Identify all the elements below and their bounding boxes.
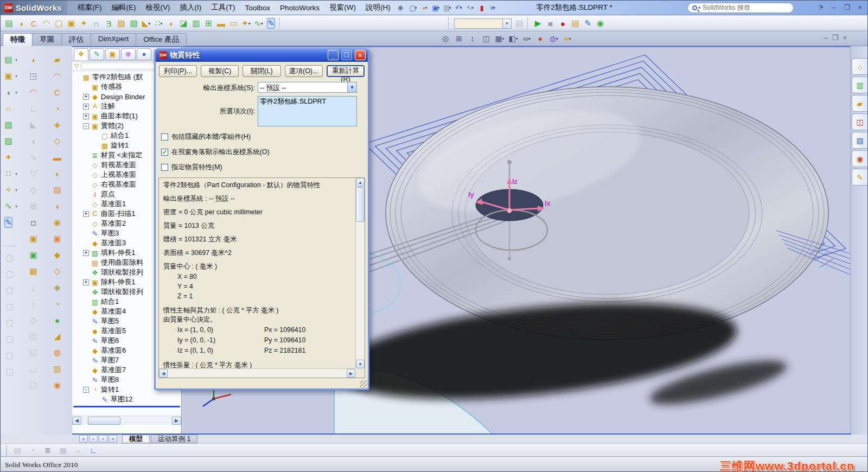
selected-items-list[interactable]: 零件2類包絡.SLDPRT bbox=[258, 96, 357, 126]
panel-icon[interactable]: ▥ bbox=[50, 362, 64, 375]
ref-axis-icon[interactable]: ∟ bbox=[27, 102, 40, 115]
close-button[interactable]: × bbox=[854, 2, 865, 12]
mirror-icon[interactable]: ◫ bbox=[27, 330, 40, 343]
curve-icon[interactable]: ✦ ▾ bbox=[240, 17, 252, 30]
tree-horizontal-scrollbar[interactable]: ◀ ▶ bbox=[72, 416, 181, 425]
standard-view-iso-icon[interactable]: ▢ bbox=[3, 349, 16, 362]
standard-view-top-icon[interactable]: ▢ bbox=[3, 316, 16, 329]
magnet-icon[interactable]: ◖ bbox=[27, 135, 40, 148]
view-orientation-icon[interactable]: ▦ ▾ bbox=[493, 33, 506, 44]
model-tab[interactable]: 运动算例 1 bbox=[151, 435, 197, 443]
checkbox-row[interactable]: 指定物質特性(M) bbox=[161, 163, 368, 172]
menu-item[interactable]: 視窗(W) bbox=[324, 1, 361, 15]
scroll-right-icon[interactable]: ▶ bbox=[172, 417, 181, 425]
fastening-feature-icon[interactable]: ✦ bbox=[2, 151, 15, 164]
cavity-cube-icon[interactable]: ▣ bbox=[27, 248, 40, 261]
rollback-bar[interactable] bbox=[73, 406, 180, 407]
boundary-icon[interactable]: ▨ bbox=[127, 17, 140, 30]
spline-icon[interactable]: ∿ ▾ bbox=[252, 17, 265, 30]
checkbox[interactable]: ✓ bbox=[161, 149, 168, 156]
dialog-button[interactable]: 關閉(L) bbox=[242, 65, 280, 77]
draft-icon[interactable]: ◪ bbox=[177, 17, 190, 30]
lofted-boss-icon[interactable]: ▧ bbox=[2, 118, 15, 131]
pin-tool-icon[interactable]: ◆ bbox=[50, 281, 64, 294]
search-dropdown-icon[interactable]: ▾ bbox=[698, 5, 700, 10]
expand-toggle-icon[interactable]: + bbox=[83, 250, 89, 256]
zoom-to-area-icon[interactable]: ⊞ bbox=[452, 33, 465, 44]
scroll-right-icon[interactable]: ▶ bbox=[347, 369, 355, 378]
scroll-up-icon[interactable]: ▲ bbox=[356, 178, 365, 187]
undo-icon[interactable]: ↶ ▾ bbox=[453, 2, 464, 13]
search-input[interactable]: ▾ SolidWorks 搜尋 bbox=[687, 3, 794, 13]
display-style-icon[interactable]: ◧ ▾ bbox=[507, 33, 520, 44]
sphere-icon[interactable]: ● bbox=[50, 314, 64, 327]
wedge-icon[interactable]: ◣ ▾ bbox=[140, 17, 152, 30]
ring-icon[interactable]: ◍ bbox=[50, 346, 64, 359]
standard-view-left-icon[interactable]: ▢ bbox=[3, 284, 16, 297]
filter-icon[interactable]: ▽ bbox=[74, 62, 79, 69]
clipboard-icon[interactable]: ▤ bbox=[11, 445, 23, 456]
doc-close-icon[interactable]: × bbox=[843, 34, 847, 42]
save-icon[interactable]: ▣ ▾ bbox=[430, 2, 441, 13]
hem-icon[interactable]: ◗ bbox=[50, 167, 64, 180]
disc-model[interactable] bbox=[386, 87, 828, 340]
stop-icon[interactable]: ■ bbox=[544, 17, 557, 30]
doc-minimize-icon[interactable]: – bbox=[824, 34, 828, 42]
checkbox[interactable] bbox=[161, 164, 168, 171]
wedge2-icon[interactable]: ◢ bbox=[50, 330, 64, 343]
rebuild-icon[interactable]: ▮ bbox=[476, 2, 487, 13]
minimize-button[interactable]: – bbox=[828, 2, 839, 12]
plane-tool-icon[interactable]: ◇ bbox=[27, 314, 40, 327]
pill-icon[interactable]: ▬ bbox=[215, 17, 227, 30]
commandmanager-tab[interactable]: 草圖 bbox=[32, 33, 62, 46]
boss-cube-icon[interactable]: ▣ bbox=[27, 232, 40, 245]
view-cube-icon[interactable]: ◳ bbox=[27, 69, 40, 82]
shell-icon[interactable]: ▢ bbox=[53, 17, 65, 30]
zoom-to-fit-icon[interactable]: ◎ bbox=[439, 33, 452, 44]
menu-item[interactable]: PhotoWorks bbox=[275, 2, 324, 14]
select-icon[interactable]: ↖ ▾ bbox=[464, 2, 475, 13]
loft-icon[interactable]: ▧ bbox=[115, 17, 127, 30]
results-sheet-icon[interactable]: ▤ bbox=[569, 17, 582, 30]
menu-item[interactable]: 編輯(E) bbox=[107, 1, 141, 15]
dialog-close-button[interactable]: × bbox=[355, 50, 366, 60]
displaymanager-tab[interactable]: ● bbox=[137, 48, 151, 60]
clamp-icon[interactable]: ◖ bbox=[15, 17, 28, 30]
calculate-play-icon[interactable]: ▶ bbox=[532, 17, 544, 30]
dialog-button[interactable]: 選項(O)... bbox=[285, 65, 323, 77]
menu-item[interactable]: 檔案(F) bbox=[73, 1, 106, 15]
grid-icon[interactable]: ▦ bbox=[57, 445, 69, 456]
menu-item[interactable]: 說明(H) bbox=[361, 1, 395, 15]
sheet-feature-icon[interactable]: ▤ bbox=[3, 17, 15, 30]
stacked-sheets-icon[interactable]: ▤ bbox=[50, 183, 64, 196]
apply-scene-icon[interactable]: ◍ ▾ bbox=[547, 33, 560, 44]
expand-toggle-icon[interactable]: + bbox=[83, 104, 89, 110]
extruded-cut-icon[interactable]: ▣ bbox=[2, 69, 15, 82]
edit-sheet-icon[interactable]: ✎ bbox=[582, 17, 594, 30]
chevron-down-icon[interactable]: ▼ bbox=[347, 82, 356, 92]
custom-properties-icon[interactable]: ✎ bbox=[852, 169, 867, 186]
scroll-left-icon[interactable]: ◀ bbox=[72, 417, 81, 425]
expand-toggle-icon[interactable]: + bbox=[83, 279, 89, 285]
view-settings-icon[interactable]: ● ▾ bbox=[561, 33, 574, 44]
dialog-resize-grip[interactable] bbox=[360, 380, 367, 388]
commandmanager-tab[interactable]: Office 產品 bbox=[136, 33, 187, 46]
menu-item[interactable]: 檢視(V) bbox=[141, 1, 175, 15]
propertymanager-tab[interactable]: ✎ bbox=[90, 48, 104, 60]
swept-boss-icon[interactable]: ∩ bbox=[2, 102, 15, 115]
flag-icon[interactable]: ◔ bbox=[50, 297, 64, 310]
tab-feature-icon[interactable]: ◔ bbox=[50, 102, 64, 115]
dialog-button[interactable]: 複製(C) bbox=[201, 65, 239, 77]
motion-prev-icon[interactable]: ‹ bbox=[89, 435, 98, 443]
print-icon[interactable]: ▤ ▾ bbox=[442, 2, 452, 13]
zoom-in-out-icon[interactable]: ↕ bbox=[466, 33, 479, 44]
base-flange-icon[interactable]: ▰ bbox=[50, 53, 64, 66]
scale-icon[interactable]: ◱ bbox=[27, 346, 40, 359]
results-horizontal-scrollbar[interactable]: ◀ ▶ bbox=[159, 368, 355, 378]
cross-break-icon[interactable]: ◈ bbox=[50, 118, 64, 131]
configurationmanager-tab[interactable]: ▣ bbox=[105, 48, 120, 60]
scroll-left-icon[interactable]: ◀ bbox=[159, 369, 168, 378]
view-palette-icon[interactable]: ▧ bbox=[852, 132, 867, 149]
revolve-sm-icon[interactable]: C bbox=[50, 86, 64, 99]
hole-wizard-icon[interactable]: ✦ bbox=[78, 17, 90, 30]
